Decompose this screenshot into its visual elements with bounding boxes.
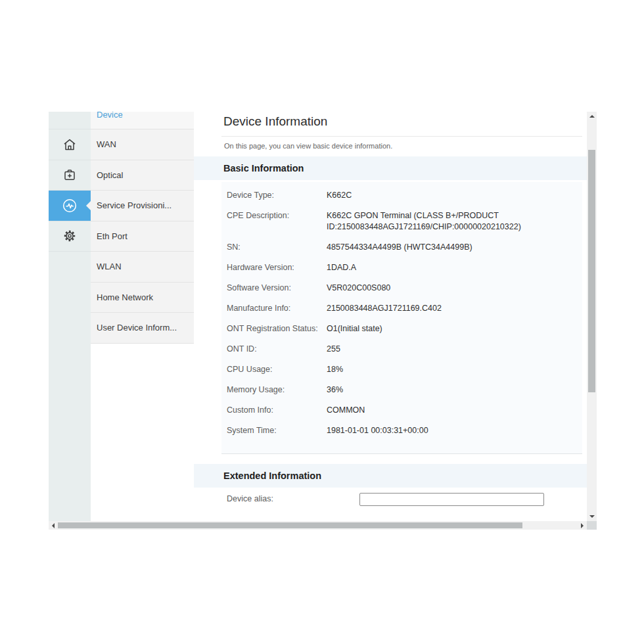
vertical-scroll-thumb[interactable] (588, 150, 595, 392)
settings-gear-icon (61, 227, 78, 244)
sidebar-item-optical[interactable]: Optical (91, 160, 194, 191)
horizontal-scroll-thumb[interactable] (58, 522, 522, 528)
field-label: SN: (227, 242, 327, 253)
home-icon (62, 137, 78, 152)
field-label: ONT Registration Status: (227, 323, 327, 334)
basic-information-panel: Device Type:K662CCPE Description:K662C G… (221, 182, 582, 454)
field-row: ONT ID:255 (221, 339, 582, 359)
field-row: CPE Description:K662C GPON Terminal (CLA… (221, 206, 582, 237)
field-row: Manufacture Info:2150083448AGJ1721169.C4… (221, 298, 582, 319)
scrollbar-corner (587, 521, 597, 530)
field-row: Software Version:V5R020C00S080 (221, 278, 582, 298)
field-label: Manufacture Info: (227, 303, 327, 314)
extended-information-heading: Extended Information (223, 471, 321, 481)
field-label: CPU Usage: (227, 364, 327, 375)
field-value: 255 (327, 344, 576, 355)
rail-item-settings[interactable] (49, 221, 91, 252)
statistics-pulse-icon (61, 197, 78, 214)
scroll-left-button[interactable] (49, 521, 58, 530)
scroll-up-button[interactable] (587, 112, 597, 121)
field-row: Memory Usage:36% (221, 380, 582, 400)
field-label: Memory Usage: (227, 384, 327, 396)
icon-rail (49, 112, 91, 521)
sidebar-item-label: Optical (97, 170, 123, 180)
field-row: System Time:1981-01-01 00:03:31+00:00 (221, 421, 582, 441)
sidebar-item-label: Service Provisioni... (97, 200, 172, 210)
extended-information-band: Extended Information (194, 464, 587, 488)
field-row: Device Type:K662C (221, 185, 582, 206)
sidebar-item-eth-port[interactable]: Eth Port (91, 221, 194, 252)
app-window: DeviceWANOpticalService Provisioni...Eth… (49, 112, 597, 530)
device-alias-label: Device alias: (227, 494, 327, 503)
device-alias-row: Device alias: (227, 492, 582, 506)
field-value: O1(Initial state) (327, 323, 576, 334)
basic-information-heading: Basic Information (223, 163, 304, 173)
arrow-left-icon (52, 523, 55, 528)
basic-information-band: Basic Information (194, 156, 587, 180)
vertical-scrollbar[interactable] (587, 112, 597, 521)
field-value: K662C GPON Terminal (CLASS B+/PRODUCT ID… (327, 210, 576, 233)
sidebar-item-home-network[interactable]: Home Network (91, 283, 194, 313)
rail-item-services[interactable] (49, 160, 91, 191)
field-value: K662C (327, 190, 576, 201)
field-value: V5R020C00S080 (327, 283, 576, 294)
field-value: 4857544334A4499B (HWTC34A4499B) (327, 242, 576, 253)
rail-item-statistics-selected[interactable] (49, 191, 91, 221)
scroll-down-button[interactable] (587, 512, 597, 521)
sidebar-item-service-provisioni[interactable]: Service Provisioni... (91, 191, 194, 221)
field-row: ONT Registration Status:O1(Initial state… (221, 319, 582, 339)
page-title: Device Information (223, 114, 327, 129)
sidebar-item-wan[interactable]: WAN (91, 129, 194, 160)
field-value: 18% (327, 364, 576, 375)
page-description: On this page, you can view basic device … (224, 142, 392, 150)
arrow-up-icon (589, 115, 595, 118)
field-row: CPU Usage:18% (221, 359, 582, 380)
sidebar-item-label: WAN (97, 139, 116, 149)
sidebar-menu: DeviceWANOpticalService Provisioni...Eth… (91, 112, 194, 521)
field-value: 1DAD.A (327, 262, 576, 273)
field-label: ONT ID: (227, 344, 327, 355)
content-area: Device Information On this page, you can… (194, 112, 587, 521)
field-label: Software Version: (227, 283, 327, 294)
selected-item-notch (86, 201, 91, 210)
service-add-icon (62, 167, 78, 183)
field-label: CPE Description: (227, 210, 327, 233)
sidebar-item-label: Device (97, 112, 123, 120)
field-value: COMMON (327, 405, 576, 416)
rail-item-home[interactable] (49, 129, 91, 160)
horizontal-scrollbar[interactable] (49, 521, 587, 530)
field-row: Custom Info:COMMON (221, 400, 582, 421)
scroll-right-button[interactable] (578, 521, 587, 530)
field-value: 1981-01-01 00:03:31+00:00 (327, 425, 576, 436)
device-alias-input[interactable] (359, 493, 544, 506)
sidebar-item-label: Home Network (97, 292, 153, 302)
field-value: 36% (327, 384, 576, 396)
field-label: Hardware Version: (227, 262, 327, 273)
arrow-right-icon (581, 523, 584, 528)
sidebar-item-label: Eth Port (97, 231, 127, 241)
field-value: 2150083448AGJ1721169.C402 (327, 303, 576, 314)
sidebar-item-label: User Device Inform... (97, 323, 177, 333)
field-label: Custom Info: (227, 405, 327, 416)
field-label: Device Type: (227, 190, 327, 201)
sidebar-item-device[interactable]: Device (91, 112, 194, 129)
rail-spacer (49, 112, 91, 129)
field-row: Hardware Version:1DAD.A (221, 258, 582, 278)
field-row: SN:4857544334A4499B (HWTC34A4499B) (221, 237, 582, 258)
arrow-down-icon (589, 515, 595, 518)
title-divider (221, 136, 582, 137)
sidebar-item-label: WLAN (97, 262, 122, 271)
sidebar-item-wlan[interactable]: WLAN (91, 252, 194, 283)
sidebar-item-user-device-inform[interactable]: User Device Inform... (91, 313, 194, 344)
field-label: System Time: (227, 425, 327, 436)
